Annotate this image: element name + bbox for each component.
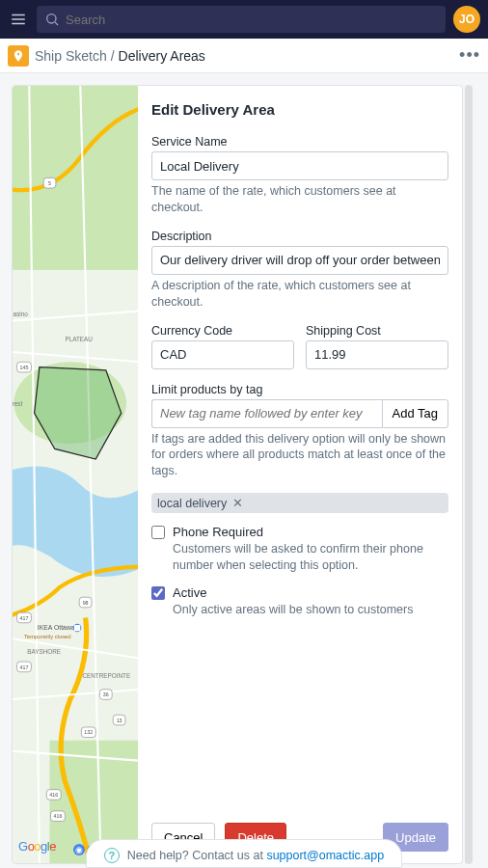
app-icon	[8, 45, 29, 67]
search-input[interactable]	[66, 13, 438, 27]
active-checkbox[interactable]	[151, 586, 165, 600]
svg-text:orest: orest	[13, 400, 22, 407]
svg-text:132: 132	[84, 729, 93, 735]
svg-text:416: 416	[54, 813, 63, 819]
svg-text:PLATEAU: PLATEAU	[65, 336, 93, 342]
svg-text:98: 98	[83, 600, 89, 606]
scrollbar-vertical[interactable]	[465, 85, 473, 864]
help-icon: ?	[104, 848, 120, 863]
active-label: Active	[173, 585, 206, 600]
svg-text:36: 36	[103, 692, 109, 697]
shipping-cost-label: Shipping Cost	[306, 324, 448, 338]
tag-label: local delivery	[157, 497, 227, 510]
phone-required-help: Customers will be asked to confirm their…	[173, 541, 448, 574]
svg-text:145: 145	[20, 365, 29, 370]
service-name-help: The name of the rate, which customers se…	[151, 183, 448, 216]
svg-point-3	[47, 14, 56, 23]
breadcrumb: Ship Sketch / Delivery Areas •••	[0, 39, 488, 73]
svg-rect-37	[74, 625, 80, 631]
tag-input[interactable]	[151, 399, 382, 428]
menu-icon[interactable]	[8, 9, 29, 30]
avatar[interactable]: JO	[453, 6, 480, 33]
service-name-input[interactable]	[151, 151, 448, 180]
support-bar: ? Need help? Contact us at support@omact…	[0, 839, 488, 868]
shipping-cost-input[interactable]	[306, 340, 448, 369]
support-email-link[interactable]: support@omactic.app	[266, 849, 384, 862]
tag-remove-icon[interactable]: ✕	[232, 496, 243, 510]
more-actions-icon[interactable]: •••	[459, 45, 480, 66]
search-icon	[44, 12, 60, 27]
svg-text:5: 5	[48, 180, 51, 186]
content-area: 5 145 417 36 98 13 132 417 416 416 PLATE…	[0, 73, 488, 864]
panel-title: Edit Delivery Area	[151, 101, 448, 118]
breadcrumb-page: Delivery Areas	[119, 48, 205, 64]
support-text: Need help? Contact us at support@omactic…	[127, 849, 384, 862]
description-label: Description	[151, 230, 448, 243]
currency-code-input[interactable]	[151, 340, 294, 369]
phone-required-label: Phone Required	[173, 525, 263, 539]
svg-text:417: 417	[20, 665, 29, 670]
active-help: Only active areas will be shown to custo…	[173, 602, 448, 618]
map-panel[interactable]: 5 145 417 36 98 13 132 417 416 416 PLATE…	[13, 86, 138, 863]
svg-text:416: 416	[49, 792, 58, 798]
currency-code-label: Currency Code	[151, 324, 294, 338]
svg-text:Temporarily closed: Temporarily closed	[24, 634, 71, 639]
svg-text:13: 13	[117, 718, 122, 723]
svg-text:417: 417	[20, 615, 29, 621]
delivery-card: 5 145 417 36 98 13 132 417 416 416 PLATE…	[12, 85, 463, 864]
topbar: JO	[0, 0, 488, 39]
tags-help: If tags are added this delivery option w…	[151, 431, 448, 480]
description-input[interactable]	[151, 246, 448, 275]
breadcrumb-separator: /	[111, 48, 115, 64]
svg-text:BAYSHORE: BAYSHORE	[27, 648, 61, 655]
service-name-label: Service Name	[151, 135, 448, 149]
breadcrumb-app[interactable]: Ship Sketch	[35, 48, 107, 64]
limit-tags-label: Limit products by tag	[151, 383, 448, 396]
add-tag-button[interactable]: Add Tag	[382, 399, 448, 428]
svg-text:IKEA Ottawa: IKEA Ottawa	[38, 624, 75, 631]
svg-text:CENTREPOINTE: CENTREPOINTE	[82, 672, 130, 679]
svg-text:Casino: Casino	[13, 311, 28, 317]
form-panel: Edit Delivery Area Service Name The name…	[138, 86, 462, 863]
svg-line-4	[55, 22, 58, 25]
search-input-container[interactable]	[37, 6, 446, 33]
tag-chip: local delivery ✕	[151, 493, 448, 513]
phone-required-checkbox[interactable]	[151, 526, 165, 539]
description-help: A description of the rate, which custome…	[151, 278, 448, 311]
map-svg: 5 145 417 36 98 13 132 417 416 416 PLATE…	[13, 86, 138, 863]
